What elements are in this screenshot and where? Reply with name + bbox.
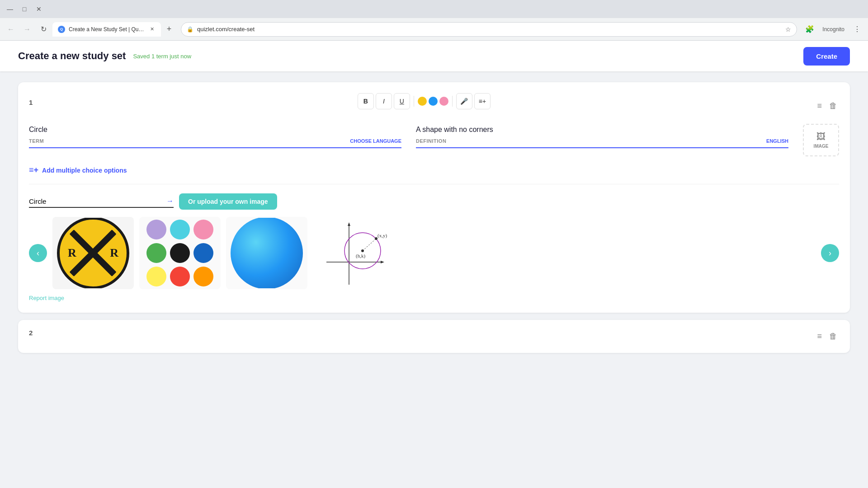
term-input[interactable] (29, 124, 401, 136)
rr-letter-left: R (68, 246, 76, 260)
new-tab-button[interactable]: + (163, 23, 175, 36)
card-actions-right: ≡ 🗑 (815, 99, 839, 113)
italic-button[interactable]: I (376, 93, 392, 109)
page-title: Create a new study set (18, 50, 126, 62)
rr-letter-right: R (110, 246, 118, 260)
term-lang[interactable]: CHOOSE LANGUAGE (350, 138, 401, 144)
report-image-link[interactable]: Report image (29, 295, 64, 301)
circle-purple (146, 220, 166, 239)
circle-pink (193, 220, 213, 239)
fields-row: TERM CHOOSE LANGUAGE DEFINITION ENGLISH … (29, 124, 839, 156)
next-image-button[interactable]: › (821, 244, 839, 262)
toolbar-divider-2 (452, 96, 453, 107)
card2-align-button[interactable]: ≡ (815, 330, 824, 343)
search-arrow-icon: → (166, 197, 174, 205)
term-label: TERM (29, 138, 44, 144)
bold-button[interactable]: B (358, 93, 374, 109)
svg-line-9 (363, 239, 376, 251)
image-search-section: → Or upload your own image ‹ (29, 184, 839, 302)
image-search-row: → Or upload your own image (29, 193, 839, 210)
circle-black (170, 243, 190, 263)
image-label: IMAGE (814, 144, 829, 149)
card-number-1: 1 (29, 99, 33, 106)
image-icon: 🖼 (816, 131, 826, 142)
saved-badge: Saved 1 term just now (133, 53, 191, 60)
definition-input[interactable] (416, 124, 788, 136)
toolbar-divider-1 (414, 96, 414, 107)
definition-meta: DEFINITION ENGLISH (416, 138, 788, 144)
address-bar[interactable]: 🔒 quizlet.com/create-set ☆ (181, 22, 797, 37)
images-grid: R R (52, 217, 816, 289)
circle-orange (193, 267, 213, 286)
maximize-button[interactable]: □ (18, 3, 31, 15)
bookmark-icon[interactable]: ☆ (785, 26, 791, 33)
svg-marker-3 (348, 222, 350, 226)
extensions-button[interactable]: 🧩 (802, 22, 817, 37)
term-meta: TERM CHOOSE LANGUAGE (29, 138, 401, 144)
card-align-button[interactable]: ≡ (815, 99, 824, 113)
card2-delete-button[interactable]: 🗑 (827, 330, 839, 343)
image-search-wrapper: → (29, 196, 174, 208)
app-header: Create a new study set Saved 1 term just… (0, 41, 868, 71)
definition-field-group: DEFINITION ENGLISH (416, 124, 788, 148)
rr-sign: R R (57, 217, 129, 289)
text-toolbar: B I U 🎤 ≡+ (358, 93, 491, 109)
title-group: Create a new study set Saved 1 term just… (18, 50, 191, 62)
close-button[interactable]: ✕ (33, 3, 45, 15)
math-circle-svg: (h,k) (x,y) (317, 217, 390, 289)
image-result-2[interactable] (139, 217, 221, 289)
back-button[interactable]: ← (4, 22, 18, 37)
upload-button[interactable]: Or upload your own image (179, 193, 277, 210)
add-choice-row[interactable]: ≡+ Add multiple choice options (29, 165, 839, 175)
tab-favicon: Q (58, 26, 65, 33)
card-number-2: 2 (29, 329, 33, 337)
math-circle-diagram: (h,k) (x,y) (317, 217, 390, 289)
format-button[interactable]: ≡+ (474, 93, 491, 109)
address-icons: ☆ (785, 26, 791, 33)
circle-yellow (146, 267, 166, 286)
tab-title: Create a New Study Set | Quizle... (69, 26, 145, 33)
card-top-row: 1 B I U 🎤 ≡+ ≡ 🗑 (29, 93, 839, 118)
color-blue-button[interactable] (429, 97, 438, 106)
minimize-button[interactable]: — (4, 3, 16, 15)
image-result-1[interactable]: R R (52, 217, 134, 289)
underline-button[interactable]: U (394, 93, 410, 109)
color-yellow-button[interactable] (418, 97, 427, 106)
circle-darkblue (193, 243, 213, 263)
image-results: ‹ R R (29, 217, 839, 289)
main-container: 1 B I U 🎤 ≡+ ≡ 🗑 (0, 71, 868, 364)
mic-button[interactable]: 🎤 (456, 93, 472, 109)
circle-green (146, 243, 166, 263)
definition-label: DEFINITION (416, 138, 446, 144)
card-delete-button[interactable]: 🗑 (827, 99, 839, 113)
add-choice-label: Add multiple choice options (42, 167, 127, 174)
browser-tab[interactable]: Q Create a New Study Set | Quizle... ✕ (52, 22, 161, 37)
definition-lang[interactable]: ENGLISH (766, 138, 788, 144)
reload-button[interactable]: ↻ (36, 22, 51, 37)
image-placeholder[interactable]: 🖼 IMAGE (803, 124, 839, 156)
blue-circle (231, 217, 303, 289)
tab-close-button[interactable]: ✕ (148, 26, 156, 33)
window-controls: — □ ✕ (4, 3, 45, 15)
svg-text:(h,k): (h,k) (356, 253, 365, 259)
prev-image-button[interactable]: ‹ (29, 244, 47, 262)
svg-text:(x,y): (x,y) (377, 233, 387, 239)
image-result-4[interactable]: (h,k) (x,y) (313, 217, 394, 289)
profile-button[interactable]: Incognito (819, 22, 848, 37)
svg-marker-2 (381, 261, 384, 263)
forward-button[interactable]: → (20, 22, 34, 37)
color-pink-button[interactable] (439, 97, 448, 106)
create-button[interactable]: Create (803, 47, 850, 66)
card2-actions: ≡ 🗑 (815, 330, 839, 343)
browser-titlebar: — □ ✕ (0, 0, 868, 18)
image-search-input[interactable] (29, 196, 174, 207)
menu-button[interactable]: ⋮ (850, 22, 864, 37)
color-grid (141, 217, 219, 289)
circle-cyan (170, 220, 190, 239)
image-result-3[interactable] (226, 217, 307, 289)
address-text: quizlet.com/create-set (197, 26, 255, 33)
card2-row: 2 ≡ 🗑 (29, 329, 839, 344)
circle-red (170, 267, 190, 286)
add-choice-icon: ≡+ (29, 165, 38, 175)
profile-label: Incognito (822, 26, 844, 33)
